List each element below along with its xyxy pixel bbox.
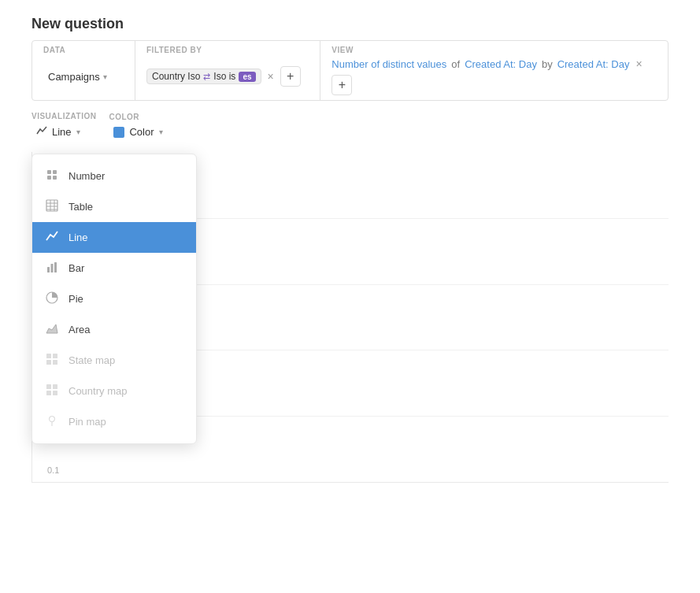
filter-tag: Country Iso ⇄ Iso is es <box>146 69 261 84</box>
menu-item-pie-label: Pie <box>69 293 83 305</box>
menu-item-pin-map: Pin map <box>32 406 196 437</box>
svg-rect-12 <box>54 262 57 272</box>
viz-section: VISUALIZATION Line ▾ <box>31 112 96 141</box>
menu-item-table[interactable]: Table <box>32 191 196 222</box>
svg-rect-0 <box>47 170 51 174</box>
menu-item-number[interactable]: Number <box>32 161 196 191</box>
color-value: Color <box>129 126 154 138</box>
page-title: New question <box>31 16 669 32</box>
viz-value: Line <box>52 126 72 138</box>
color-dropdown[interactable]: Color ▾ <box>109 124 167 140</box>
pie-icon <box>45 291 59 306</box>
svg-rect-15 <box>53 354 57 358</box>
view-section: VIEW Number of distinct values of Create… <box>320 41 668 100</box>
view-metric[interactable]: Number of distinct values <box>331 58 446 70</box>
color-section: COLOR Color ▾ <box>109 113 167 140</box>
filter-label: FILTERED BY <box>146 46 309 54</box>
svg-rect-3 <box>53 176 57 180</box>
color-swatch <box>113 127 124 138</box>
pin-map-icon <box>45 414 59 429</box>
view-label: VIEW <box>331 46 657 54</box>
filter-section: FILTERED BY Country Iso ⇄ Iso is es × + <box>135 41 320 100</box>
filter-add-button[interactable]: + <box>280 66 301 87</box>
visualization-dropdown[interactable]: Line ▾ <box>31 123 96 141</box>
svg-rect-16 <box>46 360 51 365</box>
view-field1[interactable]: Created At: Day <box>465 58 537 70</box>
filter-field: Country Iso <box>152 71 200 82</box>
data-section: DATA Campaigns ▾ <box>32 41 135 100</box>
svg-rect-11 <box>51 264 54 272</box>
menu-item-number-label: Number <box>69 170 105 182</box>
config-bar: DATA Campaigns ▾ FILTERED BY Country Iso… <box>31 40 669 101</box>
menu-item-bar-label: Bar <box>69 262 84 274</box>
svg-rect-10 <box>47 267 50 272</box>
viz-chevron: ▾ <box>76 128 80 136</box>
line-icon-menu <box>45 230 59 245</box>
view-by-label: by <box>542 58 553 70</box>
line-chart-icon <box>36 125 47 139</box>
svg-rect-14 <box>46 354 51 358</box>
svg-rect-19 <box>53 384 57 389</box>
menu-item-table-label: Table <box>69 201 93 213</box>
menu-item-pin-map-label: Pin map <box>69 416 106 428</box>
number-icon <box>45 169 59 183</box>
menu-item-pie[interactable]: Pie <box>32 284 196 314</box>
visualization-menu: Number Table Line <box>31 154 197 444</box>
svg-rect-17 <box>53 360 57 365</box>
viz-color-bar: VISUALIZATION Line ▾ COLOR Color ▾ <box>31 112 669 144</box>
svg-point-22 <box>50 417 55 422</box>
x-axis-value: 0.1 <box>47 465 59 475</box>
country-map-icon <box>45 384 59 398</box>
view-of-label: of <box>451 58 460 70</box>
menu-item-area[interactable]: Area <box>32 314 196 345</box>
svg-rect-20 <box>46 391 51 395</box>
filter-operator-icon: ⇄ <box>203 72 210 82</box>
viz-label: VISUALIZATION <box>31 112 96 120</box>
state-map-icon <box>45 353 59 368</box>
menu-item-area-label: Area <box>69 324 90 335</box>
view-close-button[interactable]: × <box>634 57 643 70</box>
menu-item-country-map: Country map <box>32 376 196 406</box>
filter-badge: es <box>239 72 255 82</box>
svg-rect-1 <box>53 170 57 174</box>
menu-item-state-map-label: State map <box>69 354 115 366</box>
campaigns-value: Campaigns <box>48 71 100 83</box>
campaigns-chevron: ▾ <box>103 72 107 81</box>
color-chevron: ▾ <box>159 128 163 136</box>
view-content: Number of distinct values of Created At:… <box>331 57 657 95</box>
table-icon <box>45 199 59 214</box>
view-field2[interactable]: Created At: Day <box>557 58 630 70</box>
menu-item-bar[interactable]: Bar <box>32 253 196 284</box>
menu-item-line-label: Line <box>69 232 88 243</box>
data-label: DATA <box>43 46 124 54</box>
bar-icon <box>45 261 59 276</box>
svg-rect-18 <box>46 384 51 389</box>
filter-close-button[interactable]: × <box>266 70 276 83</box>
campaigns-dropdown[interactable]: Campaigns ▾ <box>43 69 112 85</box>
menu-item-line[interactable]: Line <box>32 222 196 253</box>
svg-rect-2 <box>47 176 51 180</box>
view-add-button[interactable]: + <box>331 75 352 95</box>
menu-item-country-map-label: Country map <box>69 385 127 397</box>
menu-item-state-map: State map <box>32 345 196 376</box>
filter-operator: Iso is <box>213 71 235 82</box>
color-label: COLOR <box>109 113 167 121</box>
area-icon <box>45 322 59 337</box>
svg-rect-21 <box>53 391 57 395</box>
